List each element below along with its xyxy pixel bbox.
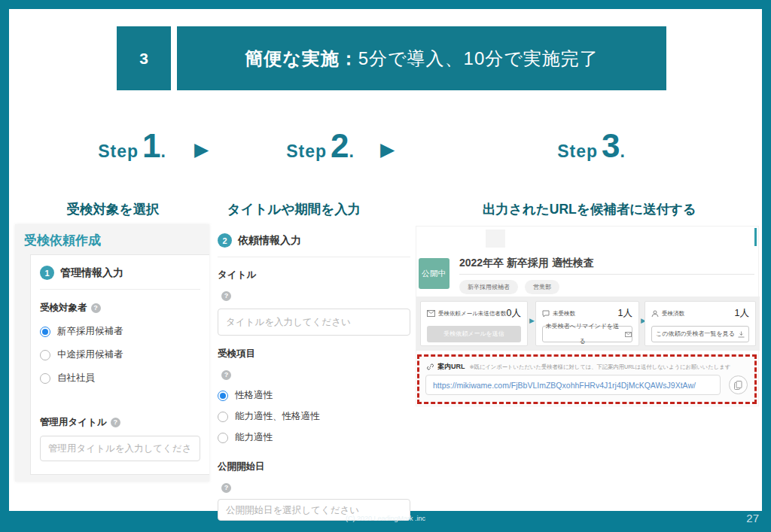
url-note: ※既にインポートいただいた受検者様に対しては、下記案内用URLは送付しないように… bbox=[470, 363, 731, 371]
stat-value: 1人 bbox=[618, 307, 632, 320]
radio-option-mid-career[interactable]: 中途採用候補者 bbox=[40, 348, 200, 361]
step-arrow-icon: ▶ bbox=[194, 138, 209, 160]
request-title: 2022年卒 新卒採用 適性検査 bbox=[459, 257, 594, 270]
radio-label: 能力適性 bbox=[235, 431, 273, 444]
radio-icon[interactable] bbox=[40, 350, 50, 360]
url-header: 案内URL ※既にインポートいただいた受検者様に対しては、下記案内用URLは送付… bbox=[426, 362, 730, 372]
step-circle-1-icon: 1 bbox=[40, 266, 54, 280]
send-reminder-button[interactable]: 未受検者へリマインドを送る bbox=[542, 326, 632, 342]
slide-canvas: 3 簡便な実施： 5分で導入、10分で実施完了 Step 1 . ▶ Step … bbox=[0, 0, 771, 532]
guide-url-input[interactable] bbox=[425, 375, 721, 395]
page-number: 27 bbox=[746, 512, 759, 524]
radio-selected-icon[interactable] bbox=[218, 391, 228, 401]
stat-label: 受検依頼メール未送信者数 bbox=[438, 310, 506, 318]
help-icon[interactable]: ? bbox=[221, 291, 231, 301]
mail-icon bbox=[625, 332, 632, 337]
flow-arrow-icon: ▶ bbox=[529, 317, 535, 324]
step-3-label: Step bbox=[557, 141, 598, 162]
exam-items-label: 受検項目 bbox=[218, 348, 410, 360]
copy-icon bbox=[734, 381, 742, 390]
url-label: 案内URL bbox=[437, 362, 465, 372]
step-2-dot: . bbox=[349, 141, 353, 162]
view-examinee-list-button[interactable]: この依頼の受検者一覧を見る bbox=[651, 326, 749, 342]
help-icon[interactable]: ? bbox=[221, 370, 231, 380]
guide-url-section: 案内URL ※既にインポートいただいた受検者様に対しては、下記案内用URLは送付… bbox=[417, 354, 757, 404]
radio-option-ability-personality[interactable]: 能力適性、性格適性 bbox=[218, 410, 410, 423]
admin-title-label: 管理用タイトル bbox=[40, 417, 107, 427]
radio-icon[interactable] bbox=[218, 412, 228, 422]
step-2: Step 2 . bbox=[260, 129, 380, 173]
help-icon[interactable]: ? bbox=[111, 418, 120, 427]
stat-label: 未受検数 bbox=[553, 310, 575, 318]
download-icon bbox=[738, 331, 745, 338]
tag-sales-dept: 営業部 bbox=[525, 280, 559, 294]
header-number-box: 3 bbox=[117, 26, 171, 90]
link-icon bbox=[426, 363, 434, 371]
step-3: Step 3 . bbox=[527, 129, 655, 173]
title-input[interactable] bbox=[218, 309, 410, 336]
target-label: 受検対象者 bbox=[40, 302, 87, 313]
step-circle-2-icon: 2 bbox=[218, 233, 232, 248]
stat-card-taken: 受検済数 1人 この依頼の受検者一覧を見る bbox=[645, 301, 756, 346]
step-1-number: 1 bbox=[142, 129, 160, 163]
help-icon[interactable]: ? bbox=[221, 483, 231, 493]
radio-label: 自社社員 bbox=[57, 372, 95, 385]
step-3-dot: . bbox=[620, 141, 624, 162]
step-1-heading: 受検対象を選択 bbox=[41, 200, 184, 218]
button-label: この依頼の受検者一覧を見る bbox=[656, 327, 735, 342]
start-date-label: 公開開始日 bbox=[218, 461, 410, 473]
divider bbox=[40, 289, 200, 290]
title-label: タイトル bbox=[218, 269, 410, 281]
send-exam-mail-button[interactable]: 受検依頼メールを送信 bbox=[427, 326, 521, 342]
radio-option-employee[interactable]: 自社社員 bbox=[40, 372, 200, 385]
person-icon bbox=[651, 310, 659, 318]
step-3-number: 3 bbox=[602, 129, 620, 163]
header-title-rest: 5分で導入、10分で実施完了 bbox=[358, 47, 599, 71]
radio-icon[interactable] bbox=[40, 373, 50, 384]
step-3-heading: 出力されたURLを候補者に送付する bbox=[420, 200, 759, 218]
header-banner: 簡便な実施： 5分で導入、10分で実施完了 bbox=[177, 26, 666, 90]
step-2-label: Step bbox=[286, 141, 327, 162]
page-title: 受検依頼作成 bbox=[15, 224, 209, 249]
radio-selected-icon[interactable] bbox=[40, 327, 50, 337]
admin-title-input[interactable] bbox=[40, 436, 200, 461]
radio-option-new-grad[interactable]: 新卒採用候補者 bbox=[40, 325, 200, 338]
divider bbox=[218, 257, 410, 257]
stat-card-not-taken: 未受検数 1人 未受検者へリマインドを送る bbox=[535, 301, 639, 346]
radio-option-ability[interactable]: 能力適性 bbox=[218, 431, 410, 444]
panel-request-dashboard: 公開中 2022年卒 新卒採用 適性検査 新卒採用候補者 営業部 受検依頼メール… bbox=[416, 226, 759, 406]
radio-icon[interactable] bbox=[218, 433, 228, 443]
status-badge: 公開中 bbox=[419, 258, 449, 289]
tag-new-grad: 新卒採用候補者 bbox=[459, 280, 518, 294]
section-label: 管理情報入力 bbox=[60, 266, 123, 280]
header-number: 3 bbox=[139, 50, 148, 68]
blurred-toolbar-box bbox=[486, 230, 505, 248]
comment-icon bbox=[542, 310, 550, 318]
step-1-label: Step bbox=[98, 141, 139, 162]
step-2-number: 2 bbox=[331, 129, 349, 163]
step-1: Step 1 . bbox=[72, 129, 192, 173]
copy-url-button[interactable] bbox=[729, 375, 748, 394]
help-icon[interactable]: ? bbox=[91, 303, 101, 313]
stat-value: 1人 bbox=[735, 307, 749, 320]
step-1-dot: . bbox=[160, 141, 165, 162]
panel-request-info: 2 依頼情報入力 タイトル? 受検項目? 性格適性 能力適性、性格適性 能力適性… bbox=[215, 226, 412, 479]
step-arrow-icon: ▶ bbox=[380, 138, 395, 160]
scrollbar[interactable] bbox=[754, 228, 757, 246]
panel-create-request: 受検依頼作成 1 管理情報入力 受検対象者? 新卒採用候補者 中途採用候補者 自… bbox=[15, 224, 209, 482]
tag-list: 新卒採用候補者 営業部 bbox=[459, 280, 559, 294]
stat-label: 受検済数 bbox=[662, 310, 684, 318]
radio-label: 能力適性、性格適性 bbox=[235, 410, 320, 423]
radio-label: 新卒採用候補者 bbox=[57, 325, 123, 338]
section-header-admin-info: 1 管理情報入力 bbox=[40, 266, 200, 280]
stats-strip: 受検依頼メール未送信者数 0人 受検依頼メールを送信 ▶ 未受検数 1人 未受検… bbox=[416, 296, 760, 351]
radio-option-personality[interactable]: 性格適性 bbox=[218, 389, 410, 402]
step-2-heading: タイトルや期間を入力 bbox=[213, 200, 375, 218]
admin-info-card: 1 管理情報入力 受検対象者? 新卒採用候補者 中途採用候補者 自社社員 管理用… bbox=[30, 254, 209, 475]
header-title-bold: 簡便な実施： bbox=[245, 47, 358, 71]
radio-label: 性格適性 bbox=[235, 389, 273, 402]
footer-copyright: (C) 2020 LeadingMark .inc bbox=[0, 515, 771, 522]
section-header-request-info: 2 依頼情報入力 bbox=[218, 233, 410, 248]
stat-card-unsent-mail: 受検依頼メール未送信者数 0人 受検依頼メールを送信 bbox=[420, 301, 528, 346]
section-label: 依頼情報入力 bbox=[238, 234, 301, 248]
